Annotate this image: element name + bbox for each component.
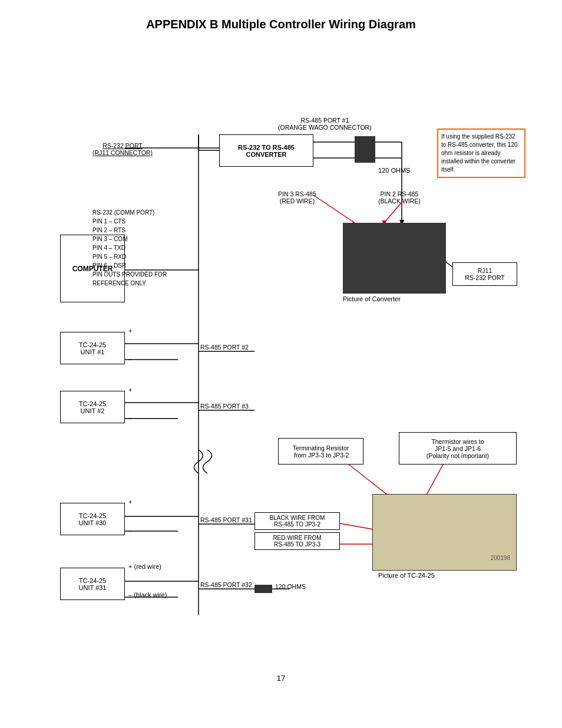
pin2-rs485-label: PIN 2 RS-485(BLACK WIRE)	[378, 190, 421, 205]
unit30-minus: –	[128, 526, 132, 533]
thermistor-box: Thermistor wires toJP1-5 and JP1-6(Polar…	[399, 432, 517, 465]
note-text: If using the supplied RS-232 to RS-485 c…	[441, 133, 518, 173]
converter-label: RS-232 TO RS-485CONVERTER	[238, 144, 295, 158]
rs485-port32-label: RS-485 PORT #32	[200, 581, 252, 588]
thermistor-label: Thermistor wires toJP1-5 and JP1-6(Polar…	[427, 438, 489, 459]
diagram-area: RS-232 PORT(RJ11 CONNECTOR) RS-485 PORT …	[25, 49, 537, 668]
rs485-port1-label: RS-485 PORT #1(ORANGE WAGO CONNECTOR)	[278, 117, 372, 131]
unit1-label: TC-24-25UNIT #1	[79, 341, 106, 355]
rs485-port2-label: RS-485 PORT #2	[200, 344, 249, 351]
svg-rect-23	[254, 585, 272, 593]
rs232-comm-label: RS-232 (COMM PORT) PIN 1 – CTS PIN 2 – R…	[92, 208, 167, 288]
tc-board-image: 200198	[372, 494, 517, 571]
unit31-minus: – (black wire)	[128, 591, 167, 598]
rj11-label: RJ11RS-232 PORT	[465, 267, 505, 281]
ohms-120-bot-label: 120 OHMS	[275, 583, 306, 590]
unit2-plus: +	[128, 386, 132, 393]
pic-converter-label: Picture of Converter	[343, 295, 401, 302]
ohms-120-top-label: 120 OHMS	[378, 167, 410, 174]
unit31-label: TC-24-25UNIT #31	[79, 577, 107, 591]
unit2-minus: –	[128, 414, 132, 421]
rs232-port-label: RS-232 PORT(RJ11 CONNECTOR)	[92, 142, 153, 156]
svg-line-29	[384, 202, 402, 223]
unit31-plus: + (red wire)	[128, 563, 161, 570]
unit1-minus: –	[128, 355, 132, 363]
note-box: If using the supplied RS-232 to RS-485 c…	[437, 129, 525, 178]
red-wire-box: RED WIRE FROMRS-485 TO JP3-3	[254, 532, 340, 550]
terminating-box: Terminating Resistorfrom JP3-3 to JP3-2	[278, 438, 363, 465]
black-wire-box: BLACK WIRE FROMRS-485 TO JP3-2	[254, 512, 340, 530]
converter-image	[343, 223, 446, 294]
pin3-rs485-label: PIN 3 RS-485(RED WIRE)	[278, 190, 316, 205]
unit30-plus: +	[128, 498, 132, 505]
unit31-box: TC-24-25UNIT #31	[60, 568, 125, 600]
rs485-port3-label: RS-485 PORT #3	[200, 403, 249, 410]
unit2-box: TC-24-25UNIT #2	[60, 391, 125, 423]
black-wire-label: BLACK WIRE FROMRS-485 TO JP3-2	[270, 515, 325, 528]
converter-box: RS-232 TO RS-485CONVERTER	[219, 134, 313, 167]
svg-line-33	[425, 465, 443, 497]
page-title: APPENDIX B Multiple Controller Wiring Di…	[24, 18, 538, 31]
unit1-box: TC-24-25UNIT #1	[60, 332, 125, 364]
rs485-port31-label: RS-485 PORT #31	[200, 516, 252, 523]
svg-rect-3	[355, 136, 375, 163]
unit30-box: TC-24-25UNIT #30	[60, 503, 125, 535]
unit2-label: TC-24-25UNIT #2	[79, 400, 106, 414]
page-number: 17	[24, 674, 538, 683]
red-wire-label: RED WIRE FROMRS-485 TO JP3-3	[273, 535, 321, 548]
rj11-box: RJ11RS-232 PORT	[452, 262, 517, 286]
unit30-label: TC-24-25UNIT #30	[79, 512, 107, 526]
terminating-label: Terminating Resistorfrom JP3-3 to JP3-2	[293, 444, 349, 459]
page-container: APPENDIX B Multiple Controller Wiring Di…	[0, 0, 562, 728]
svg-line-27	[313, 195, 355, 223]
pic-tc2425-label: Picture of TC-24-25	[378, 572, 435, 579]
unit1-plus: +	[128, 327, 132, 334]
